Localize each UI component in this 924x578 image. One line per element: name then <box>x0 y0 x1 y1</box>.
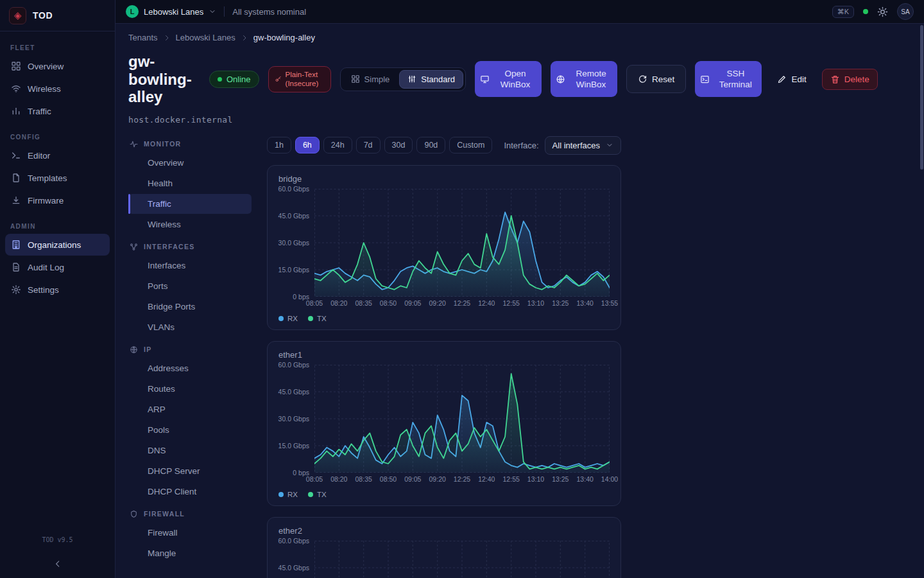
range-90d[interactable]: 90d <box>416 137 445 153</box>
chart-plot <box>314 365 610 473</box>
x-axis-label: 12:25 <box>454 475 470 483</box>
breadcrumb-tenants[interactable]: Tenants <box>128 33 158 42</box>
ssh-terminal-button[interactable]: SSH Terminal <box>695 61 762 97</box>
sidebar-item-label: Editor <box>28 151 50 161</box>
range-24h[interactable]: 24h <box>323 137 352 153</box>
edit-button[interactable]: Edit <box>771 69 812 89</box>
sidebar-section-config: CONFIG <box>10 134 105 141</box>
x-axis: 08:0508:2008:3508:5009:0509:2012:2512:40… <box>314 299 610 309</box>
range-custom[interactable]: Custom <box>449 137 492 153</box>
subnav-item-firewall[interactable]: Firewall <box>128 523 252 543</box>
sidebar: ◈ TOD FLEETOverviewWirelessTrafficCONFIG… <box>0 0 116 578</box>
y-axis-label: 15.0 Gbps <box>278 266 309 274</box>
tenant-avatar: L <box>126 5 139 18</box>
sidebar-item-organizations[interactable]: Organizations <box>5 234 110 256</box>
breadcrumb-tenant[interactable]: Lebowski Lanes <box>176 33 235 42</box>
reset-button[interactable]: Reset <box>626 65 686 93</box>
breadcrumb: Tenants Lebowski Lanes gw-bowling-alley <box>128 33 911 42</box>
sidebar-collapse-button[interactable] <box>0 554 115 574</box>
legend-label: TX <box>317 491 327 498</box>
main-content: Tenants Lebowski Lanes gw-bowling-alley … <box>116 24 924 578</box>
monitor-icon <box>480 74 490 84</box>
legend-item-rx: RX <box>278 491 298 498</box>
sidebar-item-settings[interactable]: Settings <box>5 279 110 301</box>
subnav-item-wireless[interactable]: Wireless <box>128 215 252 234</box>
interface-select[interactable]: All interfaces <box>545 136 621 155</box>
gear-icon <box>11 285 21 295</box>
y-axis-label: 60.0 Gbps <box>278 361 309 369</box>
sidebar-item-audit-log[interactable]: Audit Log <box>5 256 110 278</box>
subnav-item-routes[interactable]: Routes <box>128 379 252 399</box>
x-axis-label: 08:35 <box>355 475 372 483</box>
sidebar-item-label: Organizations <box>28 240 81 250</box>
subnav-item-traffic[interactable]: Traffic <box>128 194 252 214</box>
chart-controls: 1h6h24h7d30d90dCustom Interface: All int… <box>267 136 621 155</box>
scrollbar-thumb[interactable] <box>920 25 923 170</box>
range-1h[interactable]: 1h <box>267 137 291 153</box>
interface-filter: Interface: All interfaces <box>504 136 621 155</box>
view-mode-simple[interactable]: Simple <box>343 70 398 89</box>
y-axis-label: 45.0 Gbps <box>278 388 309 396</box>
subnav-item-ports[interactable]: Ports <box>128 276 252 296</box>
tenant-switcher[interactable]: L Lebowski Lanes <box>126 5 216 18</box>
subnav-item-vlans[interactable]: VLANs <box>128 317 252 337</box>
subnav-item-bridge-ports[interactable]: Bridge Ports <box>128 297 252 317</box>
sidebar-item-traffic[interactable]: Traffic <box>5 100 110 122</box>
page-title: gw-bowling-alley <box>128 53 200 106</box>
subnav-item-mangle[interactable]: Mangle <box>128 543 252 563</box>
subnav-item-dhcp-server[interactable]: DHCP Server <box>128 461 252 481</box>
subnav-section-label: MONITOR <box>144 140 182 148</box>
user-avatar[interactable]: SA <box>897 3 914 20</box>
x-axis-label: 13:10 <box>527 475 544 483</box>
terminal-window-icon <box>700 74 710 84</box>
sidebar-item-firmware[interactable]: Firmware <box>5 189 110 211</box>
sidebar-item-templates[interactable]: Templates <box>5 167 110 189</box>
topbar: L Lebowski Lanes All systems nominal ⌘K … <box>116 0 924 24</box>
chart-body: 60.0 Gbps45.0 Gbps30.0 Gbps15.0 Gbps0 bp… <box>277 189 611 297</box>
sidebar-nav: FLEETOverviewWirelessTrafficCONFIGEditor… <box>0 31 115 302</box>
x-axis-label: 09:05 <box>404 299 421 307</box>
open-winbox-button[interactable]: Open WinBox <box>475 61 542 97</box>
x-axis-label: 12:40 <box>478 475 495 483</box>
legend-label: RX <box>287 491 298 498</box>
subnav-item-addresses[interactable]: Addresses <box>128 358 252 378</box>
x-axis-label: 09:20 <box>429 475 446 483</box>
command-palette-shortcut[interactable]: ⌘K <box>832 6 854 18</box>
subnav-item-interfaces[interactable]: Interfaces <box>128 256 252 276</box>
subnav-item-dns[interactable]: DNS <box>128 441 252 460</box>
range-6h[interactable]: 6h <box>295 137 320 153</box>
range-30d[interactable]: 30d <box>384 137 413 153</box>
remote-winbox-button[interactable]: Remote WinBox <box>551 61 617 97</box>
theme-toggle-icon[interactable] <box>877 6 888 17</box>
y-axis: 60.0 Gbps45.0 Gbps30.0 Gbps15.0 Gbps0 bp… <box>277 365 314 473</box>
y-axis-label: 15.0 Gbps <box>278 442 309 450</box>
network-icon <box>130 243 138 251</box>
app-name: TOD <box>33 10 53 21</box>
sidebar-item-overview[interactable]: Overview <box>5 55 110 77</box>
x-axis-label: 13:40 <box>577 475 594 483</box>
chart-legend: RXTX <box>277 491 611 498</box>
logo-glyph: ◈ <box>14 10 22 21</box>
x-axis-label: 08:50 <box>380 299 397 307</box>
sidebar-item-wireless[interactable]: Wireless <box>5 78 110 100</box>
sidebar-item-editor[interactable]: Editor <box>5 144 110 166</box>
app-logo-icon: ◈ <box>9 7 26 24</box>
subnav-section-label: INTERFACES <box>144 243 195 250</box>
file-icon <box>11 173 21 183</box>
subnav-section-ip: IP <box>128 338 252 358</box>
range-7d[interactable]: 7d <box>356 137 381 153</box>
subnav-item-overview[interactable]: Overview <box>128 153 252 173</box>
traffic-chart-svg <box>314 189 610 297</box>
x-axis-label: 08:05 <box>306 475 323 483</box>
subnav-item-health[interactable]: Health <box>128 173 252 193</box>
interface-value: All interfaces <box>552 141 600 150</box>
app-version: TOD v9.5 <box>0 536 115 543</box>
subnav-item-pools[interactable]: Pools <box>128 420 252 440</box>
view-mode-standard[interactable]: Standard <box>399 70 463 89</box>
subnav-item-arp[interactable]: ARP <box>128 399 252 419</box>
legend-item-tx: TX <box>308 315 327 322</box>
globe-icon <box>130 346 138 354</box>
subnav-item-dhcp-client[interactable]: DHCP Client <box>128 482 252 502</box>
chart-card-bridge: bridge60.0 Gbps45.0 Gbps30.0 Gbps15.0 Gb… <box>267 165 621 330</box>
delete-button[interactable]: Delete <box>822 69 878 90</box>
